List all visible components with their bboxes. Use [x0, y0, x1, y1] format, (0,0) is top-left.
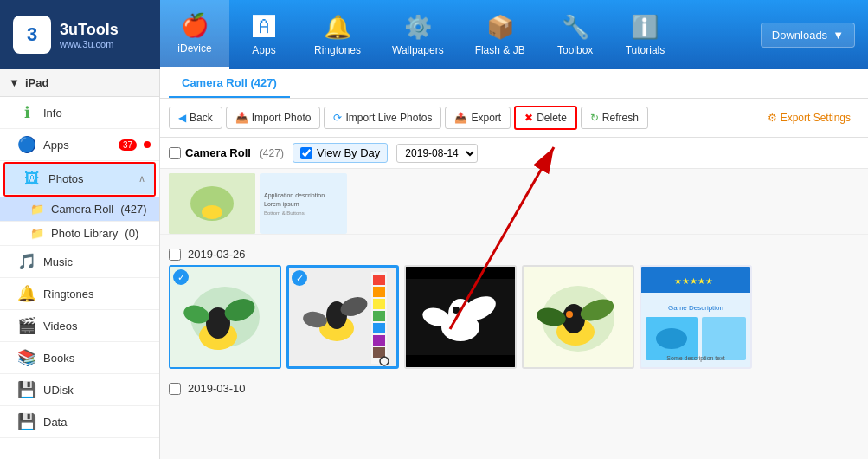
- brand-url: www.3u.com: [60, 39, 119, 49]
- photo-thumb-bird-4[interactable]: [522, 265, 634, 369]
- import-live-button[interactable]: ⟳ Import Live Photos: [324, 107, 441, 129]
- import-live-label: Import Live Photos: [345, 112, 432, 124]
- back-button[interactable]: ◀ Back: [169, 107, 222, 129]
- sidebar-item-music[interactable]: 🎵 Music: [0, 246, 159, 278]
- sidebar-device-header[interactable]: ▼ iPad: [0, 69, 159, 97]
- photo-thumb-bird-1[interactable]: ✓: [169, 265, 281, 369]
- downloads-label: Downloads: [772, 29, 827, 42]
- delete-icon: ✖: [524, 112, 533, 124]
- date-checkbox-1[interactable]: [169, 249, 181, 261]
- sidebar-photo-library-label: Photo Library: [51, 227, 118, 240]
- device-label: iPad: [25, 76, 48, 89]
- camera-roll-tab-label: Camera Roll (427): [182, 76, 277, 89]
- tab-flash-jb[interactable]: 📦 Flash & JB: [460, 0, 541, 69]
- import-photo-button[interactable]: 📥 Import Photo: [226, 107, 321, 129]
- nav-tabs: 🍎 iDevice 🅰 Apps 🔔 Ringtones ⚙️ Wallpape…: [160, 0, 748, 69]
- date-section-2: 2019-03-10: [169, 378, 859, 399]
- sidebar-item-data[interactable]: 💾 Data: [0, 406, 159, 438]
- wallpapers-icon: ⚙️: [404, 14, 432, 41]
- flash-jb-icon: 📦: [486, 14, 514, 41]
- preview-thumb-1[interactable]: [169, 173, 255, 234]
- sidebar-item-apps[interactable]: 🔵 Apps 37: [0, 129, 159, 161]
- downloads-button[interactable]: Downloads ▼: [761, 23, 855, 48]
- svg-rect-18: [373, 287, 385, 297]
- tutorials-icon: ℹ️: [631, 14, 659, 41]
- tab-idevice[interactable]: 🍎 iDevice: [160, 0, 229, 69]
- info-icon: ℹ: [17, 103, 36, 122]
- sidebar-udisk-label: UDisk: [43, 384, 151, 397]
- import-live-icon: ⟳: [333, 112, 342, 124]
- tab-toolbox[interactable]: 🔧 Toolbox: [541, 0, 610, 69]
- refresh-icon: ↻: [590, 112, 599, 124]
- view-by-day-checkbox[interactable]: [300, 147, 312, 159]
- preview-text: Application descriptionLorem ipsum: [264, 191, 344, 209]
- sidebar: ▼ iPad ℹ Info 🔵 Apps 37 🖼 Photos ∧: [0, 69, 160, 459]
- videos-icon: 🎬: [17, 316, 36, 335]
- camera-roll-filter-count: (427): [260, 147, 284, 159]
- idevice-icon: 🍎: [181, 12, 209, 39]
- tab-tutorials[interactable]: ℹ️ Tutorials: [610, 0, 681, 69]
- photo-thumb-bird-2[interactable]: ✓: [286, 265, 399, 369]
- content-area: Camera Roll (427) ◀ Back 📥 Import Photo …: [160, 69, 868, 459]
- tab-apps[interactable]: 🅰 Apps: [229, 0, 299, 69]
- settings-icon: ⚙: [768, 112, 777, 124]
- sidebar-item-info[interactable]: ℹ Info: [0, 97, 159, 129]
- preview-strip: Application descriptionLorem ipsum Botto…: [160, 169, 868, 235]
- sidebar-apps-label: Apps: [43, 139, 112, 152]
- collapse-icon: ∧: [138, 173, 145, 184]
- content-tab-camera-roll[interactable]: Camera Roll (427): [169, 69, 290, 98]
- apps-icon: 🔵: [17, 135, 36, 154]
- toolbar: ◀ Back 📥 Import Photo ⟳ Import Live Phot…: [160, 99, 868, 138]
- header: 3 3uTools www.3u.com 🍎 iDevice 🅰 Apps 🔔 …: [0, 0, 868, 69]
- preview-thumb-2[interactable]: Application descriptionLorem ipsum Botto…: [260, 173, 347, 234]
- camera-roll-checkbox-label[interactable]: Camera Roll: [169, 146, 251, 159]
- export-settings-button[interactable]: ⚙ Export Settings: [759, 107, 859, 128]
- sidebar-data-label: Data: [43, 416, 151, 429]
- sidebar-item-udisk[interactable]: 💾 UDisk: [0, 374, 159, 406]
- brand-name: 3uTools: [60, 21, 119, 39]
- camera-roll-filter-label: Camera Roll: [185, 146, 251, 159]
- export-settings-label: Export Settings: [781, 112, 851, 124]
- refresh-button[interactable]: ↻ Refresh: [581, 107, 648, 129]
- sidebar-item-ringtones[interactable]: 🔔 Ringtones: [0, 278, 159, 310]
- sidebar-item-videos[interactable]: 🎬 Videos: [0, 310, 159, 342]
- photo-library-icon: 📁: [30, 227, 44, 240]
- svg-text:Game Description: Game Description: [668, 304, 723, 312]
- date-header-1: 2019-03-26: [169, 243, 859, 265]
- photos-icon: 🖼: [23, 170, 42, 188]
- content-tabs: Camera Roll (427): [160, 69, 868, 99]
- svg-rect-46: [702, 317, 746, 360]
- import-photo-label: Import Photo: [252, 112, 312, 124]
- svg-rect-31: [406, 267, 515, 279]
- back-icon: ◀: [178, 112, 186, 124]
- tab-wallpapers[interactable]: ⚙️ Wallpapers: [376, 0, 460, 69]
- sidebar-item-books[interactable]: 📚 Books: [0, 342, 159, 374]
- delete-button[interactable]: ✖ Delete: [514, 106, 577, 130]
- data-icon: 💾: [17, 412, 36, 431]
- svg-rect-20: [373, 311, 385, 321]
- ringtones-icon: 🔔: [324, 14, 351, 41]
- date-checkbox-2[interactable]: [169, 383, 181, 395]
- photo-row-1: ✓: [169, 265, 859, 369]
- sidebar-item-camera-roll[interactable]: 📁 Camera Roll (427): [0, 197, 159, 222]
- chevron-down-icon: ▼: [9, 76, 20, 89]
- toolbox-icon: 🔧: [562, 14, 589, 41]
- date-header-2: 2019-03-10: [169, 378, 859, 399]
- tab-ringtones[interactable]: 🔔 Ringtones: [299, 0, 376, 69]
- svg-point-47: [656, 328, 687, 349]
- date-select[interactable]: 2019-08-14: [396, 144, 478, 163]
- photo-thumb-bird-3[interactable]: [404, 265, 517, 369]
- export-button[interactable]: 📤 Export: [445, 107, 511, 129]
- photo-thumb-app-store[interactable]: ★★★★★ Game Description Some description …: [640, 265, 752, 369]
- preview-subtext: Bottom & Buttons: [264, 210, 344, 216]
- sidebar-item-photo-library[interactable]: 📁 Photo Library (0): [0, 222, 159, 246]
- sidebar-item-photos[interactable]: 🖼 Photos ∧: [5, 164, 154, 195]
- camera-roll-icon: 📁: [30, 203, 44, 216]
- export-icon: 📤: [454, 112, 467, 124]
- camera-roll-checkbox[interactable]: [169, 147, 181, 159]
- photos-highlight-box: 🖼 Photos ∧: [3, 162, 156, 197]
- view-by-day-label[interactable]: View By Day: [293, 143, 388, 163]
- sidebar-books-label: Books: [43, 352, 151, 365]
- downloads-arrow-icon: ▼: [833, 29, 844, 42]
- logo-text: 3uTools www.3u.com: [60, 21, 119, 49]
